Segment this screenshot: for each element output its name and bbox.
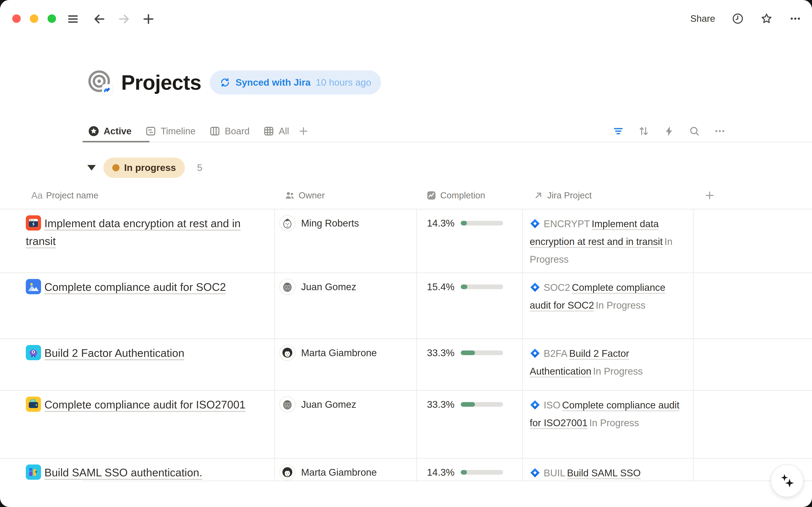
jira-key: ENCRYPT bbox=[544, 218, 590, 229]
group-status-badge[interactable]: In progress bbox=[104, 158, 185, 178]
jira-cell[interactable]: BUILBuild SAML SSO authentication.In Pro… bbox=[523, 459, 694, 482]
add-view-icon[interactable] bbox=[297, 126, 310, 136]
completion-percent: 14.3% bbox=[427, 467, 454, 478]
jira-diamond-icon bbox=[530, 398, 540, 408]
table-row: Complete compliance audit for ISO27001 J… bbox=[0, 391, 812, 459]
tab-all[interactable]: All bbox=[258, 125, 297, 137]
back-icon[interactable] bbox=[93, 13, 106, 25]
tab-board[interactable]: Board bbox=[204, 125, 258, 137]
traffic-light-close[interactable] bbox=[12, 14, 21, 23]
avatar-marta-giambrone bbox=[279, 345, 296, 361]
owner-name: Juan Gomez bbox=[301, 396, 356, 413]
sidebar-menu-icon[interactable] bbox=[67, 13, 79, 25]
jira-cell[interactable]: B2FABuild 2 Factor AuthenticationIn Prog… bbox=[523, 339, 694, 390]
owner-name: Marta Giambrone bbox=[301, 345, 377, 361]
completion-percent: 33.3% bbox=[427, 399, 454, 410]
search-icon[interactable] bbox=[689, 125, 700, 137]
column-header-owner[interactable]: Owner bbox=[275, 182, 417, 209]
jira-diamond-icon bbox=[530, 280, 540, 291]
owner-cell[interactable]: Marta Giambrone bbox=[275, 339, 417, 390]
completion-cell[interactable]: 33.3% bbox=[417, 339, 523, 390]
owner-cell[interactable]: Juan Gomez bbox=[275, 391, 417, 458]
more-options-icon[interactable] bbox=[789, 12, 801, 25]
project-icon-wallet bbox=[26, 397, 41, 412]
project-name-link[interactable]: Implement data encryption at rest and in… bbox=[26, 217, 241, 247]
sync-icon bbox=[220, 77, 231, 88]
sparkles-icon bbox=[778, 472, 796, 490]
traffic-light-zoom[interactable] bbox=[48, 14, 56, 23]
jira-status: In Progress bbox=[593, 366, 643, 377]
table-icon bbox=[263, 125, 274, 137]
sort-icon[interactable] bbox=[638, 125, 649, 137]
owner-cell[interactable]: Ming Roberts bbox=[275, 209, 417, 272]
column-header-completion[interactable]: Completion bbox=[417, 182, 523, 209]
table-header-row: Aa Project name Owner Completion bbox=[0, 182, 812, 209]
ai-assistant-button[interactable] bbox=[771, 464, 803, 497]
project-name-cell[interactable]: Build SAML SSO authentication. bbox=[0, 459, 275, 482]
forward-icon[interactable] bbox=[118, 13, 130, 25]
completion-percent: 14.3% bbox=[427, 217, 454, 229]
project-name-cell[interactable]: Build 2 Factor Authentication bbox=[0, 339, 275, 390]
status-dot bbox=[112, 164, 120, 171]
tab-timeline[interactable]: Timeline bbox=[139, 125, 204, 137]
traffic-light-minimize[interactable] bbox=[30, 14, 38, 23]
favorite-star-icon[interactable] bbox=[760, 12, 773, 25]
history-icon[interactable] bbox=[732, 12, 744, 25]
window-toolbar: Share bbox=[0, 0, 812, 37]
column-header-project-name[interactable]: Aa Project name bbox=[0, 182, 275, 209]
avatar-juan-gomez bbox=[279, 279, 296, 295]
project-name-cell[interactable]: Implement data encryption at rest and in… bbox=[0, 209, 275, 272]
column-label: Jira Project bbox=[547, 190, 592, 201]
add-column-icon[interactable] bbox=[694, 182, 812, 209]
page-target-icon[interactable] bbox=[88, 70, 113, 95]
group-label: In progress bbox=[124, 162, 176, 173]
completion-cell[interactable]: 15.4% bbox=[417, 273, 523, 338]
lightning-icon[interactable] bbox=[663, 125, 675, 137]
completion-cell[interactable]: 14.3% bbox=[417, 209, 523, 272]
owner-name: Juan Gomez bbox=[301, 279, 356, 295]
collapse-caret-icon[interactable] bbox=[87, 165, 96, 170]
jira-diamond-icon bbox=[530, 346, 540, 357]
empty-cell bbox=[694, 339, 812, 390]
table-more-icon[interactable] bbox=[714, 125, 726, 137]
tab-label: All bbox=[279, 126, 289, 136]
new-tab-icon[interactable] bbox=[142, 13, 155, 25]
project-name-link[interactable]: Build 2 Factor Authentication bbox=[45, 347, 184, 359]
board-icon bbox=[209, 125, 221, 137]
completion-cell[interactable]: 33.3% bbox=[417, 391, 523, 458]
table-row: Complete compliance audit for SOC2 Juan … bbox=[0, 273, 812, 339]
owner-cell[interactable]: Marta Giambrone bbox=[275, 459, 417, 482]
project-name-link[interactable]: Build SAML SSO authentication. bbox=[45, 466, 202, 478]
jira-cell[interactable]: ENCRYPTImplement data encryption at rest… bbox=[523, 209, 694, 272]
sync-label: Synced with Jira bbox=[236, 77, 311, 88]
jira-cell[interactable]: ISOComplete compliance audit for ISO2700… bbox=[523, 391, 694, 458]
progress-bar bbox=[461, 221, 503, 225]
project-icon-monster bbox=[26, 345, 41, 360]
completion-cell[interactable]: 14.3% bbox=[417, 459, 523, 482]
tab-label: Board bbox=[225, 126, 250, 136]
sync-time: 10 hours ago bbox=[316, 77, 371, 88]
text-type-icon: Aa bbox=[31, 190, 43, 201]
owner-name: Ming Roberts bbox=[301, 215, 359, 231]
jira-sync-badge[interactable]: Synced with Jira 10 hours ago bbox=[210, 70, 381, 95]
project-name-cell[interactable]: Complete compliance audit for SOC2 bbox=[0, 273, 275, 338]
project-name-link[interactable]: Complete compliance audit for ISO27001 bbox=[45, 398, 246, 411]
project-name-link[interactable]: Complete compliance audit for SOC2 bbox=[45, 281, 226, 293]
progress-bar bbox=[461, 470, 503, 474]
jira-key: BUIL bbox=[544, 467, 565, 478]
jira-cell[interactable]: SOC2Complete compliance audit for SOC2In… bbox=[523, 273, 694, 338]
owner-cell[interactable]: Juan Gomez bbox=[275, 273, 417, 338]
filter-icon[interactable] bbox=[612, 125, 624, 137]
tab-active[interactable]: Active bbox=[82, 125, 139, 137]
owner-name: Marta Giambrone bbox=[301, 464, 377, 481]
column-header-jira[interactable]: Jira Project bbox=[523, 182, 694, 209]
project-name-cell[interactable]: Complete compliance audit for ISO27001 bbox=[0, 391, 275, 458]
share-button[interactable]: Share bbox=[690, 13, 715, 24]
jira-diamond-icon bbox=[530, 217, 540, 227]
completion-percent: 15.4% bbox=[427, 281, 454, 292]
table-body: Implement data encryption at rest and in… bbox=[0, 209, 812, 482]
project-icon-blocks bbox=[26, 464, 41, 480]
page-header: Projects Synced with Jira 10 hours ago bbox=[88, 70, 381, 95]
jira-diamond-icon bbox=[530, 466, 540, 476]
people-icon bbox=[284, 190, 295, 201]
